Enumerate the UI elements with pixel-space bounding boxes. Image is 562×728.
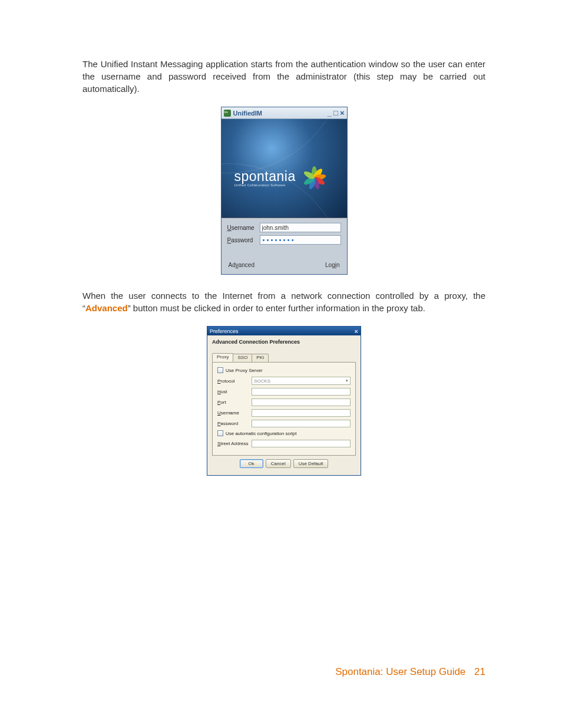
prefs-username-input[interactable]: [252, 409, 351, 417]
prefs-titlebar[interactable]: Preferences ×: [207, 327, 361, 335]
footer-title: Spontania: User Setup Guide: [335, 666, 465, 677]
prefs-tabstrip: Proxy SSO PKI: [212, 353, 356, 362]
port-input[interactable]: [252, 398, 351, 406]
login-window: UnifiedIM _ □ × spontania Unified Collab…: [221, 107, 348, 275]
splash-subtitle: Unified Collaboration Software: [234, 183, 296, 187]
ok-button[interactable]: Ok: [240, 459, 263, 468]
username-label: Username: [227, 225, 260, 231]
password-label: Password: [227, 237, 260, 243]
protocol-select[interactable]: SOCKS ▾: [252, 377, 351, 385]
street-input[interactable]: [252, 440, 351, 447]
prefs-username-label: Username: [217, 410, 252, 416]
tab-sso[interactable]: SSO: [233, 354, 252, 363]
flower-logo: [303, 160, 326, 184]
proxy-panel: Use Proxy Server Protocol SOCKS ▾ Host P…: [212, 362, 356, 456]
login-splash: spontania Unified Collaboration Software: [222, 119, 347, 218]
intro-paragraph-2: When the user connects to the Internet f…: [82, 289, 485, 314]
page-footer: Spontania: User Setup Guide 21: [335, 666, 485, 678]
prefs-password-label: Password: [217, 421, 252, 426]
login-button[interactable]: Login: [325, 262, 339, 268]
auto-script-label: Use automatic configuration script: [226, 431, 297, 436]
intro-paragraph-1: The Unified Instant Messaging applicatio…: [82, 58, 485, 95]
auto-script-checkbox[interactable]: [217, 430, 223, 436]
splash-brand: spontania: [234, 169, 296, 185]
app-icon: [224, 110, 231, 117]
use-proxy-label: Use Proxy Server: [226, 368, 263, 373]
advanced-button[interactable]: Advanced: [229, 262, 254, 268]
prefs-button-row: Ok Cancel Use Default: [212, 456, 356, 472]
prefs-section-title: Advanced Connection Preferences: [207, 335, 361, 353]
port-label: Port: [217, 400, 252, 405]
chevron-down-icon: ▾: [346, 378, 348, 383]
prefs-password-input[interactable]: [252, 420, 351, 427]
protocol-label: Protocol: [217, 378, 252, 384]
password-input[interactable]: [260, 235, 341, 245]
username-input[interactable]: [260, 223, 341, 232]
use-default-button[interactable]: Use Default: [293, 459, 329, 468]
tab-pki[interactable]: PKI: [252, 354, 269, 363]
host-label: Host: [217, 389, 252, 394]
preferences-window: Preferences × Advanced Connection Prefer…: [207, 326, 361, 476]
use-proxy-checkbox[interactable]: [217, 367, 223, 373]
close-icon[interactable]: ×: [340, 109, 345, 117]
advanced-emphasis: Advanced: [85, 303, 128, 313]
minimize-icon[interactable]: _: [328, 109, 332, 117]
login-form: Username Password: [222, 218, 347, 250]
footer-page-number: 21: [474, 666, 485, 677]
close-icon[interactable]: ×: [355, 328, 358, 335]
host-input[interactable]: [252, 388, 351, 396]
prefs-title: Preferences: [210, 328, 239, 334]
street-label: Street Address: [217, 441, 252, 446]
tab-proxy[interactable]: Proxy: [212, 353, 233, 362]
login-title: UnifiedIM: [233, 110, 263, 117]
login-titlebar[interactable]: UnifiedIM _ □ ×: [222, 107, 347, 119]
cancel-button[interactable]: Cancel: [266, 459, 291, 468]
maximize-icon[interactable]: □: [333, 109, 338, 117]
